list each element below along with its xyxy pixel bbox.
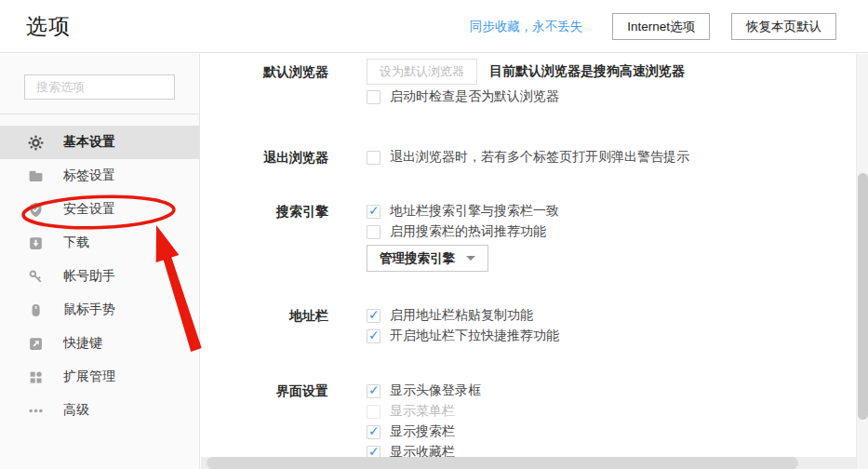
sidebar-item-label: 标签设置 [63,168,115,184]
vertical-scrollbar-thumb[interactable] [858,173,868,420]
checkbox-label: 启用搜索栏的热词推荐功能 [390,223,546,240]
search-wrap [0,54,199,100]
setting-row: 启用地址栏粘贴复制功能 [367,305,559,326]
show-avatar-login-box-checkbox[interactable] [367,384,381,398]
sidebar-item-download[interactable]: 下载 [0,226,199,260]
horizontal-scrollbar[interactable] [201,457,856,469]
settings-section-default-browser: 默认浏览器设为默认浏览器目前默认浏览器是搜狗高速浏览器启动时检查是否为默认浏览器 [201,59,856,107]
checkbox-label: 启动时检查是否为默认浏览器 [390,88,559,105]
warn-on-exit-multiple-tabs-checkbox[interactable] [367,151,381,165]
default-browser-status: 目前默认浏览器是搜狗高速浏览器 [489,63,685,80]
sidebar-item-label: 鼠标手势 [63,302,115,318]
sidebar-item-advanced[interactable]: 高级 [0,394,199,427]
section-label: 地址栏 [201,305,328,326]
sidebar-divider [0,114,199,114]
vertical-scrollbar[interactable] [856,54,868,469]
section-rows: 退出浏览器时，若有多个标签页打开则弹出警告提示 [367,147,689,168]
sidebar-item-security[interactable]: 安全设置 [0,193,199,226]
options-page: 选项 同步收藏，永不丢失 Internet选项 恢复本页默认 基本设置标签设置安… [0,0,868,469]
internet-options-button[interactable]: Internet选项 [612,13,710,40]
horizontal-scrollbar-thumb[interactable] [207,457,798,469]
sidebar-item-label: 快捷键 [63,335,102,352]
checkbox-label: 启用地址栏粘贴复制功能 [390,307,533,324]
mouse-icon [28,302,44,318]
sidebar-item-label: 高级 [63,402,89,419]
setting-row: 退出浏览器时，若有多个标签页打开则弹出警告提示 [367,147,689,168]
grid-icon [28,369,44,385]
download-icon [28,235,44,251]
setting-row: 显示头像登录框 [367,381,481,401]
page-title: 选项 [26,12,71,41]
checkbox-label: 显示搜索栏 [390,423,455,440]
setting-row: 开启地址栏下拉快捷推荐功能 [367,326,559,346]
sidebar-item-mouse[interactable]: 鼠标手势 [0,293,199,327]
restore-defaults-button[interactable]: 恢复本页默认 [731,13,836,40]
sync-favorites-link[interactable]: 同步收藏，永不丢失 [470,19,583,35]
enable-hotword-suggestions-checkbox[interactable] [367,225,381,239]
section-label: 界面设置 [201,381,328,401]
dots-icon [28,403,44,419]
sidebar-item-tabs[interactable]: 标签设置 [0,159,199,193]
setting-row: 启动时检查是否为默认浏览器 [367,87,685,107]
checkbox-label: 地址栏搜索引擎与搜索栏一致 [390,203,559,220]
settings-section-exit-browser: 退出浏览器退出浏览器时，若有多个标签页打开则弹出警告提示 [201,147,856,168]
setting-row: 显示菜单栏 [367,401,481,422]
sidebar-nav: 基本设置标签设置安全设置下载帐号助手鼠标手势快捷键扩展管理高级 [0,126,199,427]
header: 选项 同步收藏，永不丢失 Internet选项 恢复本页默认 [0,0,868,53]
sidebar-item-label: 基本设置 [63,134,115,151]
header-actions: 同步收藏，永不丢失 Internet选项 恢复本页默认 [470,0,836,53]
gear-icon [28,135,44,151]
chevron-down-icon [466,256,475,261]
settings-section-interface: 界面设置显示头像登录框显示菜单栏显示搜索栏显示收藏栏 [201,381,856,462]
body: 基本设置标签设置安全设置下载帐号助手鼠标手势快捷键扩展管理高级 默认浏览器设为默… [0,54,868,469]
search-input[interactable] [24,74,175,100]
shortcut-icon [28,336,44,352]
setting-row: 管理搜索引擎 [367,245,559,272]
checkbox-label: 显示头像登录框 [390,382,481,399]
sidebar-item-extension[interactable]: 扩展管理 [0,360,199,394]
manage-search-engines-button[interactable]: 管理搜索引擎 [367,245,488,272]
section-label: 搜索引擎 [201,201,328,221]
shield-icon [28,202,44,218]
checkbox-label: 显示菜单栏 [390,403,455,420]
sidebar-item-label: 扩展管理 [63,368,115,385]
setting-row: 设为默认浏览器目前默认浏览器是搜狗高速浏览器 [367,59,685,85]
setting-row: 地址栏搜索引擎与搜索栏一致 [367,201,559,221]
key-icon [28,269,44,285]
settings-section-address-bar: 地址栏启用地址栏粘贴复制功能开启地址栏下拉快捷推荐功能 [201,305,856,346]
sidebar-item-account[interactable]: 帐号助手 [0,260,199,293]
check-default-on-startup-checkbox[interactable] [367,90,381,104]
section-label: 退出浏览器 [201,147,328,168]
dropdown-label: 管理搜索引擎 [380,250,455,267]
sidebar-item-label: 帐号助手 [63,268,115,285]
enable-addressbar-dropdown-suggestions-checkbox[interactable] [367,329,381,343]
settings-content: 默认浏览器设为默认浏览器目前默认浏览器是搜狗高速浏览器启动时检查是否为默认浏览器… [201,54,856,469]
setting-row: 启用搜索栏的热词推荐功能 [367,221,559,242]
sidebar: 基本设置标签设置安全设置下载帐号助手鼠标手势快捷键扩展管理高级 [0,54,200,469]
settings-section-search-engine: 搜索引擎地址栏搜索引擎与搜索栏一致启用搜索栏的热词推荐功能管理搜索引擎 [201,201,856,272]
section-label: 默认浏览器 [201,59,328,85]
sidebar-item-hotkey[interactable]: 快捷键 [0,327,199,360]
setting-row: 显示搜索栏 [367,422,481,442]
section-rows: 地址栏搜索引擎与搜索栏一致启用搜索栏的热词推荐功能管理搜索引擎 [367,201,559,272]
enable-addressbar-copy-paste-checkbox[interactable] [367,309,381,323]
addressbar-engine-same-as-searchbar-checkbox[interactable] [367,205,381,219]
sidebar-item-label: 下载 [63,234,89,251]
show-menu-bar-checkbox[interactable] [367,405,381,419]
show-search-bar-checkbox[interactable] [367,425,381,439]
sidebar-item-label: 安全设置 [63,201,115,218]
sidebar-item-basic[interactable]: 基本设置 [0,126,199,159]
section-rows: 显示头像登录框显示菜单栏显示搜索栏显示收藏栏 [367,381,481,462]
checkbox-label: 退出浏览器时，若有多个标签页打开则弹出警告提示 [390,149,689,166]
set-default-browser-button[interactable]: 设为默认浏览器 [367,59,477,85]
checkbox-label: 开启地址栏下拉快捷推荐功能 [390,328,559,344]
section-rows: 设为默认浏览器目前默认浏览器是搜狗高速浏览器启动时检查是否为默认浏览器 [367,59,685,107]
tab-icon [28,168,44,184]
section-rows: 启用地址栏粘贴复制功能开启地址栏下拉快捷推荐功能 [367,305,559,346]
